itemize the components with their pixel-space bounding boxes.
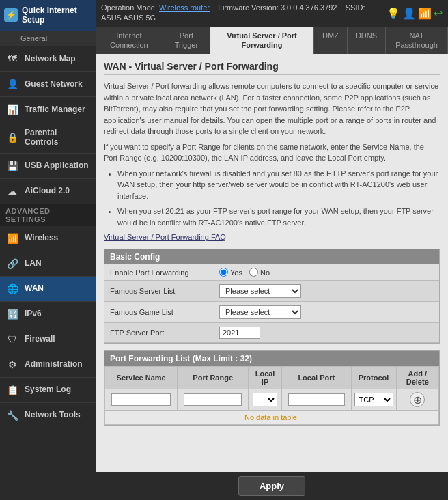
bullet-item-2: When you set 20:21 as your FTP server's …	[117, 206, 440, 228]
page-title: WAN - Virtual Server / Port Forwarding	[104, 61, 440, 75]
sidebar-item-usb-application[interactable]: 💾 USB Application	[0, 154, 96, 179]
sidebar-item-aicloud[interactable]: ☁ AiCloud 2.0	[0, 179, 96, 204]
quick-internet-icon: ⚡	[4, 8, 18, 22]
traffic-manager-icon: 📊	[5, 102, 19, 116]
tab-port-trigger[interactable]: Port Trigger	[163, 27, 210, 55]
sidebar-item-ipv6[interactable]: 🔢 IPv6	[0, 302, 96, 327]
sidebar-item-administration[interactable]: ⚙ Administration	[0, 352, 96, 378]
cell-service-name	[105, 389, 178, 411]
tab-internet-connection[interactable]: Internet Connection	[96, 27, 163, 55]
traffic-manager-label: Traffic Manager	[25, 105, 85, 114]
col-add-delete: Add / Delete	[396, 367, 438, 389]
port-forwarding-list-section: Port Forwarding List (Max Limit : 32) Se…	[104, 350, 440, 426]
tab-virtual-server[interactable]: Virtual Server / Port Forwarding	[210, 27, 314, 55]
enable-port-forwarding-value: Yes No	[219, 268, 270, 277]
radio-no-text: No	[260, 268, 270, 277]
table-header-row: Service Name Port Range Local IP Local P…	[105, 367, 439, 389]
status-icon-1: 💡	[387, 7, 400, 20]
radio-yes-label[interactable]: Yes	[219, 268, 242, 277]
no-data-row: No data in table.	[105, 411, 439, 425]
intro-paragraph: Virtual Server / Port forwarding allows …	[104, 81, 440, 137]
sidebar-item-guest-network[interactable]: 👤 Guest Network	[0, 72, 96, 97]
famous-server-label: Famous Server List	[110, 287, 219, 295]
sidebar-item-quick-internet-setup[interactable]: ⚡ Quick Internet Setup	[0, 0, 96, 31]
aicloud-icon: ☁	[5, 184, 19, 198]
lan-icon: 🔗	[5, 257, 19, 270]
enable-port-forwarding-row: Enable Port Forwarding Yes No	[104, 264, 439, 281]
parental-controls-label: Parental Controls	[25, 128, 90, 148]
protocol-dropdown[interactable]: TCP UDP BOTH	[354, 393, 393, 406]
sidebar-item-traffic-manager[interactable]: 📊 Traffic Manager	[0, 97, 96, 122]
tab-dmz[interactable]: DMZ	[314, 27, 348, 55]
famous-game-row: Famous Game List Please select	[104, 302, 439, 323]
famous-server-row: Famous Server List Please select	[104, 281, 439, 302]
ssid-label: SSID:	[346, 3, 365, 12]
ftp-port-row: FTP Server Port	[104, 323, 439, 343]
sidebar-item-lan[interactable]: 🔗 LAN	[0, 251, 96, 277]
no-data-cell: No data in table.	[105, 411, 439, 425]
cell-port-range	[178, 389, 249, 411]
sidebar-item-wireless[interactable]: 📶 Wireless	[0, 226, 96, 251]
firewall-icon: 🛡	[5, 333, 19, 346]
famous-server-dropdown[interactable]: Please select	[219, 284, 301, 298]
firmware-label: Firmware Version:	[218, 3, 281, 12]
usb-application-label: USB Application	[25, 161, 89, 170]
sidebar: ⚡ Quick Internet Setup General 🗺 Network…	[0, 0, 96, 500]
tabs-bar: Internet Connection Port Trigger Virtual…	[96, 27, 448, 55]
sidebar-item-wan[interactable]: 🌐 WAN	[0, 277, 96, 302]
wireless-icon: 📶	[5, 232, 19, 245]
ftp-port-input[interactable]	[219, 327, 260, 339]
radio-no[interactable]	[249, 268, 258, 277]
cell-local-ip	[249, 389, 282, 411]
para2: If you want to specify a Port Range for …	[104, 141, 440, 164]
col-service-name: Service Name	[105, 367, 178, 389]
bullet-item-1: When your network's firewall is disabled…	[117, 168, 440, 202]
input-local-port[interactable]	[288, 393, 345, 406]
col-local-port: Local Port	[282, 367, 352, 389]
local-ip-dropdown[interactable]	[253, 393, 277, 406]
system-log-icon: 📋	[5, 383, 19, 397]
sidebar-item-firewall[interactable]: 🛡 Firewall	[0, 327, 96, 352]
col-port-range: Port Range	[178, 367, 249, 389]
port-forwarding-list-header: Port Forwarding List (Max Limit : 32)	[104, 351, 439, 366]
tab-ddns[interactable]: DDNS	[348, 27, 386, 55]
sidebar-item-system-log[interactable]: 📋 System Log	[0, 378, 96, 403]
network-map-label: Network Map	[25, 54, 76, 64]
cell-protocol: TCP UDP BOTH	[351, 389, 396, 411]
famous-game-label: Famous Game List	[110, 308, 219, 316]
aicloud-label: AiCloud 2.0	[25, 186, 70, 195]
system-log-label: System Log	[25, 385, 71, 394]
wireless-label: Wireless	[25, 233, 58, 242]
operation-mode-label: Operation Mode:	[101, 3, 159, 12]
tab-nat-passthrough[interactable]: NAT Passthrough	[386, 27, 448, 55]
radio-yes[interactable]	[219, 268, 228, 277]
apply-button[interactable]: Apply	[238, 476, 305, 496]
add-button[interactable]: ⊕	[410, 392, 425, 407]
wan-icon: 🌐	[5, 282, 19, 296]
operation-mode-value[interactable]: Wireless router	[159, 3, 210, 12]
network-tools-label: Network Tools	[25, 410, 81, 419]
administration-icon: ⚙	[5, 358, 19, 372]
input-port-range[interactable]	[184, 393, 242, 406]
sidebar-item-network-map[interactable]: 🗺 Network Map	[0, 46, 96, 72]
guest-network-label: Guest Network	[25, 79, 83, 89]
apply-bar: Apply	[96, 472, 448, 500]
famous-server-value: Please select	[219, 284, 301, 298]
sidebar-item-parental-controls[interactable]: 🔒 Parental Controls	[0, 122, 96, 154]
enable-port-forwarding-label: Enable Port Forwarding	[110, 268, 219, 277]
famous-game-dropdown[interactable]: Please select	[219, 305, 301, 319]
faq-link[interactable]: Virtual Server / Port Forwarding FAQ	[104, 233, 226, 241]
input-service-name[interactable]	[111, 393, 171, 406]
port-forwarding-table: Service Name Port Range Local IP Local P…	[104, 366, 439, 425]
status-icon-2: 👤	[402, 7, 416, 20]
famous-game-value: Please select	[219, 305, 301, 319]
advanced-settings-label: Advanced Settings	[0, 204, 96, 226]
bullet-list: When your network's firewall is disabled…	[117, 168, 440, 229]
status-icon-4: ↩	[434, 7, 443, 20]
sidebar-item-network-tools[interactable]: 🔧 Network Tools	[0, 403, 96, 428]
topbar: Operation Mode: Wireless router Firmware…	[96, 0, 448, 27]
radio-no-label[interactable]: No	[249, 268, 270, 277]
main-panel: Operation Mode: Wireless router Firmware…	[96, 0, 448, 500]
wan-label: WAN	[25, 283, 44, 293]
sidebar-item-general[interactable]: General	[0, 31, 96, 46]
